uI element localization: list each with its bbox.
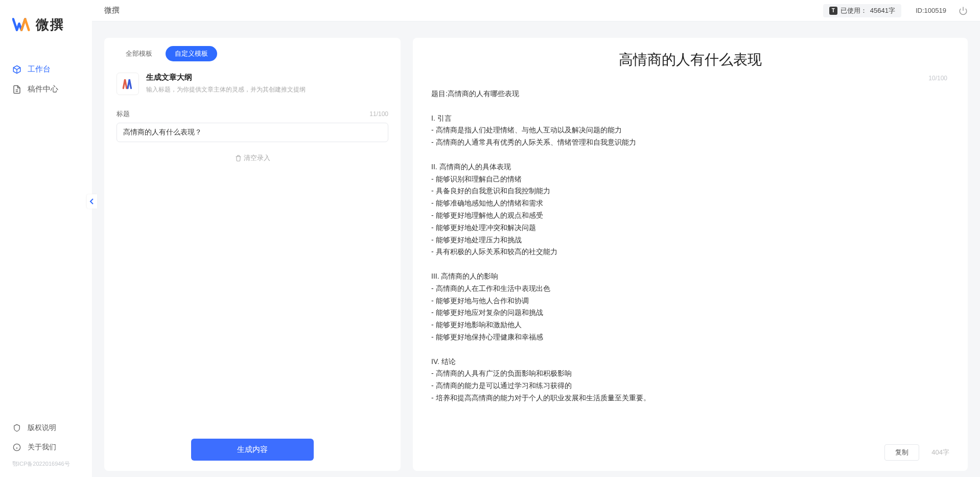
nav-label: 关于我们 bbox=[28, 443, 56, 452]
output-panel: 高情商的人有什么表现 10/100 题目:高情商的人有哪些表现 I. 引言 - … bbox=[413, 38, 968, 471]
icp-text: 鄂ICP备2022016946号 bbox=[0, 457, 92, 468]
title-char-count: 10/100 bbox=[928, 75, 947, 82]
clear-input-button[interactable]: 清空录入 bbox=[235, 153, 270, 163]
sidebar-collapse-handle[interactable] bbox=[87, 194, 97, 209]
nav-item-about[interactable]: 关于我们 bbox=[0, 438, 92, 457]
nav-label: 版权说明 bbox=[28, 423, 56, 433]
logo-mark-icon bbox=[12, 15, 31, 34]
output-word-count: 404字 bbox=[931, 448, 949, 457]
nav-label: 工作台 bbox=[28, 64, 51, 74]
logo[interactable]: 微撰 bbox=[0, 15, 92, 59]
trash-icon bbox=[235, 155, 242, 162]
info-icon bbox=[12, 443, 21, 452]
copy-button[interactable]: 复制 bbox=[884, 444, 919, 461]
page-title: 微撰 bbox=[104, 6, 120, 15]
title-field-label: 标题 bbox=[116, 109, 130, 119]
title-field-count: 11/100 bbox=[369, 110, 388, 118]
user-id: ID:100519 bbox=[916, 7, 946, 14]
cube-icon bbox=[12, 65, 21, 74]
nav-item-drafts[interactable]: 稿件中心 bbox=[0, 79, 92, 99]
usage-badge[interactable]: T 已使用：45641字 bbox=[823, 4, 901, 17]
template-title: 生成文章大纲 bbox=[146, 73, 306, 82]
sidebar-footer: 版权说明 关于我们 鄂ICP备2022016946号 bbox=[0, 418, 92, 471]
template-desc: 输入标题，为你提供文章主体的灵感，并为其创建推文提纲 bbox=[146, 85, 306, 94]
nav-label: 稿件中心 bbox=[28, 84, 58, 94]
usage-value: 45641字 bbox=[870, 6, 895, 15]
nav-item-copyright[interactable]: 版权说明 bbox=[0, 418, 92, 438]
document-body[interactable]: 题目:高情商的人有哪些表现 I. 引言 - 高情商是指人们处理情绪、与他人互动以… bbox=[431, 88, 949, 438]
nav-item-workspace[interactable]: 工作台 bbox=[0, 59, 92, 79]
title-input[interactable] bbox=[116, 123, 388, 142]
file-icon bbox=[12, 85, 21, 94]
sidebar: 微撰 工作台 稿件中心 版权说明 bbox=[0, 0, 92, 477]
shield-icon bbox=[12, 423, 21, 433]
tab-custom-templates[interactable]: 自定义模板 bbox=[166, 46, 217, 61]
usage-label: 已使用： bbox=[841, 6, 867, 15]
clear-label: 清空录入 bbox=[244, 153, 270, 163]
nav-main: 工作台 稿件中心 bbox=[0, 59, 92, 418]
template-tabs: 全部模板 自定义模板 bbox=[116, 46, 388, 61]
document-title[interactable]: 高情商的人有什么表现 bbox=[431, 50, 949, 70]
template-card: 生成文章大纲 输入标题，为你提供文章主体的灵感，并为其创建推文提纲 bbox=[116, 73, 388, 95]
power-icon[interactable] bbox=[959, 6, 968, 15]
generate-button[interactable]: 生成内容 bbox=[191, 439, 314, 461]
text-badge-icon: T bbox=[829, 7, 837, 15]
input-panel: 全部模板 自定义模板 生成文章大纲 输入标题，为你提供文章主体的灵感，并为其创建… bbox=[104, 38, 401, 471]
template-thumb-icon bbox=[116, 73, 139, 95]
logo-text: 微撰 bbox=[36, 16, 64, 34]
topbar: 微撰 T 已使用：45641字 ID:100519 bbox=[92, 0, 980, 21]
tab-all-templates[interactable]: 全部模板 bbox=[116, 46, 161, 61]
